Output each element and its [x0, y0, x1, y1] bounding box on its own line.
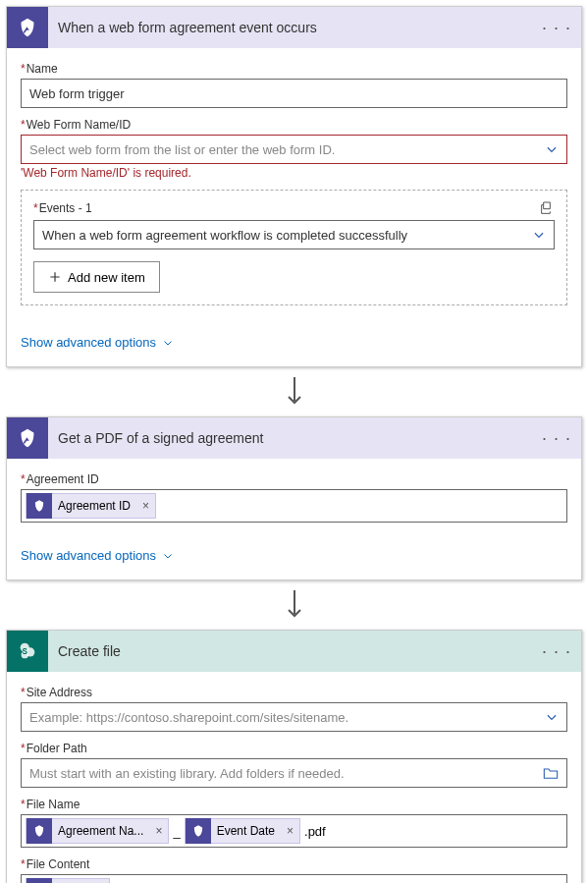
chevron-down-icon: [532, 228, 546, 242]
name-label: *Name: [21, 62, 567, 76]
agreement-id-label: *Agreement ID: [21, 472, 567, 486]
action-card-createfile: S Create file · · · *Site Address Exampl…: [6, 630, 582, 883]
file-content-input[interactable]: Body ×: [21, 874, 567, 883]
plus-icon: [48, 270, 62, 284]
event-select[interactable]: When a web form agreement workflow is co…: [33, 220, 555, 249]
events-repeater: *Events - 1 When a web form agreement wo…: [21, 190, 567, 305]
advanced-options: Show advanced options: [7, 323, 581, 366]
adobe-sign-icon: [27, 493, 52, 519]
show-advanced-link[interactable]: Show advanced options: [21, 548, 174, 563]
adobe-sign-icon: [186, 818, 211, 844]
site-address-select[interactable]: Example: https://contoso.sharepoint.com/…: [21, 702, 567, 732]
folder-path-label: *Folder Path: [21, 742, 567, 755]
show-advanced-link[interactable]: Show advanced options: [21, 335, 174, 350]
token-remove[interactable]: ×: [149, 824, 168, 838]
flow-arrow: [6, 367, 582, 416]
add-item-button[interactable]: Add new item: [33, 261, 160, 293]
sharepoint-icon: S: [7, 631, 48, 672]
chevron-down-icon: [545, 710, 559, 724]
advanced-options: Show advanced options: [7, 536, 581, 579]
file-name-input[interactable]: Agreement Na... × _ Event Date × .pdf: [21, 814, 567, 848]
svg-text:S: S: [23, 647, 28, 656]
token-remove[interactable]: ×: [136, 499, 155, 513]
folder-path-input[interactable]: Must start with an existing library. Add…: [21, 758, 567, 788]
card-menu-button[interactable]: · · ·: [542, 18, 571, 38]
reorder-icon[interactable]: [539, 200, 555, 216]
adobe-sign-icon: [7, 7, 48, 48]
card-title: When a web form agreement event occurs: [58, 20, 542, 35]
agreement-id-input[interactable]: Agreement ID ×: [21, 489, 567, 523]
file-name-label: *File Name: [21, 798, 567, 811]
card-menu-button[interactable]: · · ·: [542, 428, 571, 449]
token-body[interactable]: Body ×: [26, 878, 110, 883]
folder-picker-icon[interactable]: [543, 766, 559, 780]
token-agreement-name[interactable]: Agreement Na... ×: [26, 818, 169, 844]
flow-arrow: [6, 580, 582, 630]
file-content-label: *File Content: [21, 857, 567, 871]
adobe-sign-icon: [27, 878, 52, 883]
card-body: *Name Web form trigger *Web Form Name/ID…: [7, 48, 581, 323]
card-header[interactable]: Get a PDF of a signed agreement · · ·: [7, 417, 581, 459]
card-header[interactable]: S Create file · · ·: [7, 631, 581, 672]
token-remove[interactable]: ×: [281, 824, 299, 838]
card-title: Create file: [58, 643, 542, 659]
webform-label: *Web Form Name/ID: [21, 118, 567, 132]
adobe-sign-icon: [7, 417, 48, 459]
token-event-date[interactable]: Event Date ×: [185, 818, 300, 844]
token-agreement-id[interactable]: Agreement ID ×: [26, 493, 156, 519]
card-body: *Agreement ID Agreement ID ×: [7, 459, 581, 536]
card-header[interactable]: When a web form agreement event occurs ·…: [7, 7, 581, 48]
events-label: *Events - 1: [33, 201, 92, 215]
action-card-pdf: Get a PDF of a signed agreement · · · *A…: [6, 416, 582, 580]
adobe-sign-icon: [27, 818, 52, 844]
trigger-card: When a web form agreement event occurs ·…: [6, 6, 582, 367]
card-body: *Site Address Example: https://contoso.s…: [7, 672, 581, 883]
chevron-down-icon: [545, 142, 559, 156]
name-input[interactable]: Web form trigger: [21, 79, 567, 108]
webform-select[interactable]: Select web form from the list or enter t…: [21, 135, 567, 164]
webform-error: 'Web Form Name/ID' is required.: [21, 166, 567, 180]
card-menu-button[interactable]: · · ·: [542, 641, 571, 662]
card-title: Get a PDF of a signed agreement: [58, 430, 542, 446]
site-address-label: *Site Address: [21, 686, 567, 699]
